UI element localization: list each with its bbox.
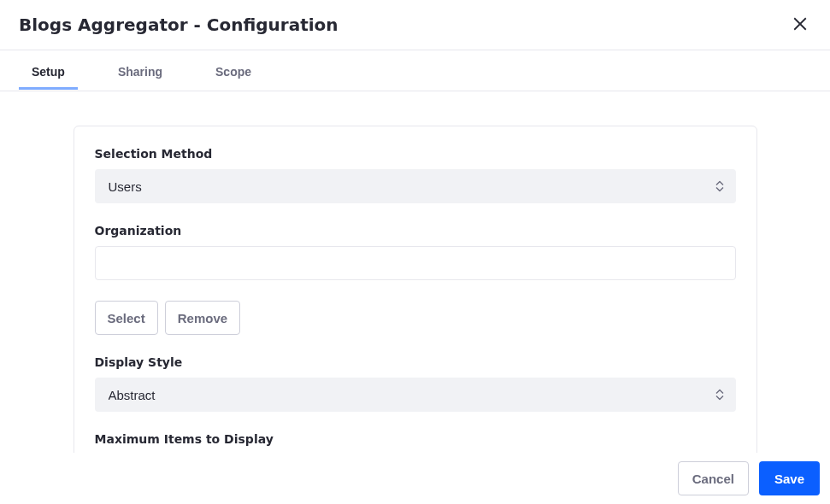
max-items-label: Maximum Items to Display	[95, 432, 736, 446]
close-button[interactable]	[789, 13, 811, 38]
selection-method-label: Selection Method	[95, 147, 736, 161]
organization-label: Organization	[95, 224, 736, 237]
field-display-style: Display Style	[95, 355, 736, 412]
content-area: Selection Method Organization Select Rem…	[0, 91, 830, 453]
close-icon	[792, 16, 808, 34]
selection-method-select-wrap	[95, 169, 736, 203]
org-button-row: Select Remove	[95, 301, 736, 335]
modal-header: Blogs Aggregator - Configuration	[0, 0, 830, 50]
cancel-button[interactable]: Cancel	[678, 461, 749, 495]
display-style-label: Display Style	[95, 355, 736, 369]
display-style-select[interactable]	[95, 378, 736, 412]
tab-scope[interactable]: Scope	[203, 53, 264, 89]
selection-method-select[interactable]	[95, 169, 736, 203]
select-button[interactable]: Select	[95, 301, 158, 335]
modal-title: Blogs Aggregator - Configuration	[19, 15, 338, 35]
field-organization: Organization	[95, 224, 736, 280]
field-selection-method: Selection Method	[95, 147, 736, 203]
organization-input[interactable]	[95, 246, 736, 280]
save-button[interactable]: Save	[759, 461, 820, 495]
field-max-items: Maximum Items to Display	[95, 432, 736, 446]
tab-setup[interactable]: Setup	[19, 53, 78, 89]
tabs-nav: Setup Sharing Scope	[0, 50, 830, 91]
display-style-select-wrap	[95, 378, 736, 412]
remove-button[interactable]: Remove	[165, 301, 240, 335]
modal-footer: Cancel Save	[0, 453, 830, 504]
setup-panel: Selection Method Organization Select Rem…	[74, 126, 757, 453]
tab-sharing[interactable]: Sharing	[105, 53, 175, 89]
